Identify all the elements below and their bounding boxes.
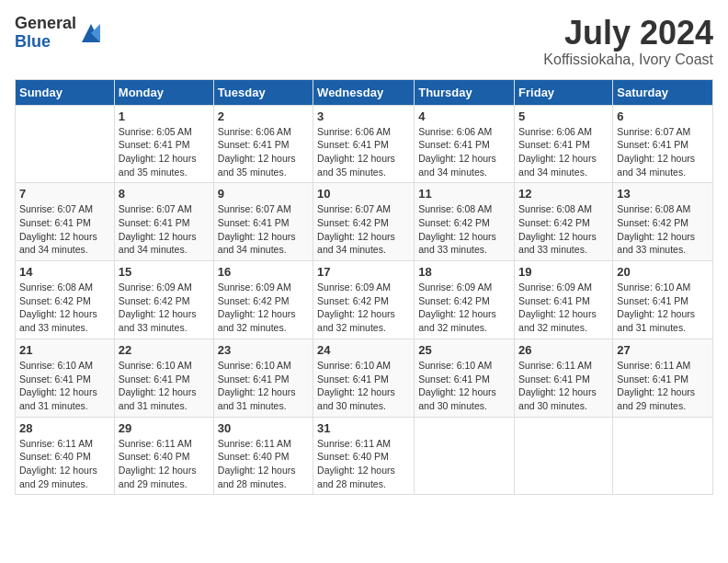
- header-day-tuesday: Tuesday: [213, 79, 313, 105]
- day-number: 14: [19, 265, 110, 279]
- day-info: Sunrise: 6:10 AMSunset: 6:41 PMDaylight:…: [617, 281, 709, 335]
- header-day-monday: Monday: [114, 79, 213, 105]
- day-number: 11: [418, 187, 510, 201]
- calendar-cell: 1Sunrise: 6:05 AMSunset: 6:41 PMDaylight…: [114, 105, 213, 183]
- day-info: Sunrise: 6:09 AMSunset: 6:42 PMDaylight:…: [317, 281, 410, 335]
- logo-text: General Blue: [15, 15, 76, 52]
- day-number: 25: [418, 343, 510, 357]
- day-info: Sunrise: 6:07 AMSunset: 6:41 PMDaylight:…: [218, 202, 309, 257]
- day-info: Sunrise: 6:07 AMSunset: 6:41 PMDaylight:…: [119, 202, 210, 257]
- day-info: Sunrise: 6:09 AMSunset: 6:42 PMDaylight:…: [218, 281, 309, 335]
- calendar-cell: [415, 417, 515, 495]
- day-number: 7: [19, 187, 110, 201]
- day-number: 26: [518, 343, 609, 357]
- day-info: Sunrise: 6:05 AMSunset: 6:41 PMDaylight:…: [119, 125, 210, 179]
- day-info: Sunrise: 6:07 AMSunset: 6:41 PMDaylight:…: [617, 125, 709, 179]
- calendar-cell: 14Sunrise: 6:08 AMSunset: 6:42 PMDayligh…: [16, 261, 115, 339]
- day-info: Sunrise: 6:09 AMSunset: 6:41 PMDaylight:…: [518, 281, 609, 335]
- day-number: 29: [119, 421, 210, 435]
- day-number: 12: [518, 187, 609, 201]
- calendar-cell: 15Sunrise: 6:09 AMSunset: 6:42 PMDayligh…: [114, 261, 213, 339]
- day-info: Sunrise: 6:06 AMSunset: 6:41 PMDaylight:…: [518, 125, 609, 179]
- day-number: 24: [317, 343, 410, 357]
- calendar-cell: 20Sunrise: 6:10 AMSunset: 6:41 PMDayligh…: [613, 261, 713, 339]
- title-section: July 2024 Koffissiokaha, Ivory Coast: [543, 15, 713, 68]
- header-row: SundayMondayTuesdayWednesdayThursdayFrid…: [16, 79, 713, 105]
- calendar-cell: [515, 417, 613, 495]
- day-info: Sunrise: 6:07 AMSunset: 6:42 PMDaylight:…: [317, 202, 410, 257]
- month-year-title: July 2024: [543, 15, 713, 52]
- calendar-cell: 13Sunrise: 6:08 AMSunset: 6:42 PMDayligh…: [613, 183, 713, 261]
- calendar-cell: 26Sunrise: 6:11 AMSunset: 6:41 PMDayligh…: [515, 339, 613, 417]
- calendar-week-4: 21Sunrise: 6:10 AMSunset: 6:41 PMDayligh…: [16, 339, 713, 417]
- day-number: 8: [119, 187, 210, 201]
- day-info: Sunrise: 6:09 AMSunset: 6:42 PMDaylight:…: [418, 281, 510, 335]
- calendar-cell: 19Sunrise: 6:09 AMSunset: 6:41 PMDayligh…: [515, 261, 613, 339]
- day-info: Sunrise: 6:08 AMSunset: 6:42 PMDaylight:…: [518, 202, 609, 257]
- day-info: Sunrise: 6:10 AMSunset: 6:41 PMDaylight:…: [19, 359, 110, 413]
- calendar-cell: 21Sunrise: 6:10 AMSunset: 6:41 PMDayligh…: [16, 339, 115, 417]
- calendar-cell: 10Sunrise: 6:07 AMSunset: 6:42 PMDayligh…: [313, 183, 415, 261]
- calendar-cell: [613, 417, 713, 495]
- calendar-week-2: 7Sunrise: 6:07 AMSunset: 6:41 PMDaylight…: [16, 183, 713, 261]
- day-number: 23: [218, 343, 309, 357]
- day-info: Sunrise: 6:10 AMSunset: 6:41 PMDaylight:…: [218, 359, 309, 413]
- day-number: 22: [119, 343, 210, 357]
- day-info: Sunrise: 6:11 AMSunset: 6:40 PMDaylight:…: [119, 437, 210, 491]
- day-info: Sunrise: 6:09 AMSunset: 6:42 PMDaylight:…: [119, 281, 210, 335]
- calendar-cell: 17Sunrise: 6:09 AMSunset: 6:42 PMDayligh…: [313, 261, 415, 339]
- calendar-cell: 12Sunrise: 6:08 AMSunset: 6:42 PMDayligh…: [515, 183, 613, 261]
- day-number: 4: [418, 109, 510, 123]
- calendar-cell: 28Sunrise: 6:11 AMSunset: 6:40 PMDayligh…: [16, 417, 115, 495]
- day-number: 10: [317, 187, 410, 201]
- calendar-cell: 3Sunrise: 6:06 AMSunset: 6:41 PMDaylight…: [313, 105, 415, 183]
- calendar-cell: 7Sunrise: 6:07 AMSunset: 6:41 PMDaylight…: [16, 183, 115, 261]
- calendar-cell: 2Sunrise: 6:06 AMSunset: 6:41 PMDaylight…: [213, 105, 313, 183]
- logo-icon: [78, 20, 104, 46]
- calendar-cell: 8Sunrise: 6:07 AMSunset: 6:41 PMDaylight…: [114, 183, 213, 261]
- day-number: 2: [218, 109, 309, 123]
- day-info: Sunrise: 6:10 AMSunset: 6:41 PMDaylight:…: [119, 359, 210, 413]
- calendar-cell: 18Sunrise: 6:09 AMSunset: 6:42 PMDayligh…: [415, 261, 515, 339]
- day-number: 30: [218, 421, 309, 435]
- calendar-cell: 30Sunrise: 6:11 AMSunset: 6:40 PMDayligh…: [213, 417, 313, 495]
- location-subtitle: Koffissiokaha, Ivory Coast: [543, 52, 713, 68]
- calendar-cell: 23Sunrise: 6:10 AMSunset: 6:41 PMDayligh…: [213, 339, 313, 417]
- day-number: 9: [218, 187, 309, 201]
- day-info: Sunrise: 6:11 AMSunset: 6:41 PMDaylight:…: [518, 359, 609, 413]
- day-number: 28: [19, 421, 110, 435]
- day-number: 31: [317, 421, 410, 435]
- day-number: 15: [119, 265, 210, 279]
- day-number: 20: [617, 265, 709, 279]
- header-day-saturday: Saturday: [613, 79, 713, 105]
- day-number: 19: [518, 265, 609, 279]
- header-day-friday: Friday: [515, 79, 613, 105]
- calendar-cell: 5Sunrise: 6:06 AMSunset: 6:41 PMDaylight…: [515, 105, 613, 183]
- calendar-cell: 31Sunrise: 6:11 AMSunset: 6:40 PMDayligh…: [313, 417, 415, 495]
- day-info: Sunrise: 6:08 AMSunset: 6:42 PMDaylight:…: [19, 281, 110, 335]
- day-info: Sunrise: 6:06 AMSunset: 6:41 PMDaylight:…: [418, 125, 510, 179]
- calendar-header: SundayMondayTuesdayWednesdayThursdayFrid…: [16, 79, 713, 105]
- calendar-cell: [16, 105, 115, 183]
- day-info: Sunrise: 6:06 AMSunset: 6:41 PMDaylight:…: [218, 125, 309, 179]
- day-info: Sunrise: 6:06 AMSunset: 6:41 PMDaylight:…: [317, 125, 410, 179]
- calendar-week-1: 1Sunrise: 6:05 AMSunset: 6:41 PMDaylight…: [16, 105, 713, 183]
- calendar-week-5: 28Sunrise: 6:11 AMSunset: 6:40 PMDayligh…: [16, 417, 713, 495]
- day-info: Sunrise: 6:08 AMSunset: 6:42 PMDaylight:…: [418, 202, 510, 257]
- logo: General Blue: [15, 15, 104, 52]
- day-number: 17: [317, 265, 410, 279]
- header-day-sunday: Sunday: [16, 79, 115, 105]
- day-number: 3: [317, 109, 410, 123]
- day-info: Sunrise: 6:08 AMSunset: 6:42 PMDaylight:…: [617, 202, 709, 257]
- day-info: Sunrise: 6:11 AMSunset: 6:40 PMDaylight:…: [218, 437, 309, 491]
- day-number: 6: [617, 109, 709, 123]
- logo-general: General: [15, 15, 76, 33]
- day-number: 16: [218, 265, 309, 279]
- day-info: Sunrise: 6:11 AMSunset: 6:40 PMDaylight:…: [317, 437, 410, 491]
- day-info: Sunrise: 6:11 AMSunset: 6:40 PMDaylight:…: [19, 437, 110, 491]
- header-day-wednesday: Wednesday: [313, 79, 415, 105]
- calendar-cell: 22Sunrise: 6:10 AMSunset: 6:41 PMDayligh…: [114, 339, 213, 417]
- day-info: Sunrise: 6:10 AMSunset: 6:41 PMDaylight:…: [418, 359, 510, 413]
- calendar-cell: 24Sunrise: 6:10 AMSunset: 6:41 PMDayligh…: [313, 339, 415, 417]
- calendar-cell: 4Sunrise: 6:06 AMSunset: 6:41 PMDaylight…: [415, 105, 515, 183]
